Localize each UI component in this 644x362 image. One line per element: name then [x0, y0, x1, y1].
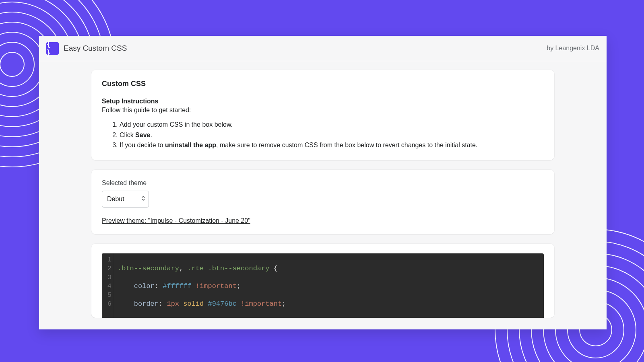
- setup-steps-list: Add your custom CSS in the box below. Cl…: [102, 119, 544, 150]
- app-header: { } Easy Custom CSS by Leangenix LDA: [39, 36, 607, 61]
- setup-step-1: Add your custom CSS in the box below.: [120, 119, 544, 130]
- svg-point-2: [0, 32, 44, 97]
- setup-subtext: Follow this guide to get started:: [102, 107, 544, 114]
- app-logo-icon: { }: [46, 42, 59, 55]
- app-byline: by Leangenix LDA: [547, 45, 599, 52]
- editor-content[interactable]: .btn--secondary, .rte .btn--secondary { …: [114, 253, 286, 318]
- svg-point-1: [0, 42, 34, 86]
- instructions-card: Custom CSS Setup Instructions Follow thi…: [91, 70, 554, 160]
- theme-select[interactable]: Debut: [102, 191, 149, 208]
- preview-theme-link[interactable]: Preview theme: "Impulse - Customization …: [102, 217, 250, 224]
- editor-gutter: 1 2 3 4 5 6: [102, 253, 114, 318]
- app-title: Easy Custom CSS: [64, 44, 127, 53]
- svg-point-0: [0, 52, 24, 76]
- css-editor-card: 1 2 3 4 5 6 .btn--secondary, .rte .btn--…: [91, 244, 554, 318]
- setup-step-2: Click Save.: [120, 130, 544, 140]
- setup-step-3: If you decide to uninstall the app, make…: [120, 140, 544, 150]
- app-window: { } Easy Custom CSS by Leangenix LDA Cus…: [39, 36, 607, 329]
- chevron-updown-icon: [141, 195, 145, 203]
- setup-heading: Setup Instructions: [102, 98, 544, 105]
- theme-select-label: Selected theme: [102, 179, 544, 187]
- css-editor[interactable]: 1 2 3 4 5 6 .btn--secondary, .rte .btn--…: [102, 253, 544, 318]
- theme-card: Selected theme Debut Preview theme: "Imp…: [91, 170, 554, 234]
- card-title: Custom CSS: [102, 80, 544, 88]
